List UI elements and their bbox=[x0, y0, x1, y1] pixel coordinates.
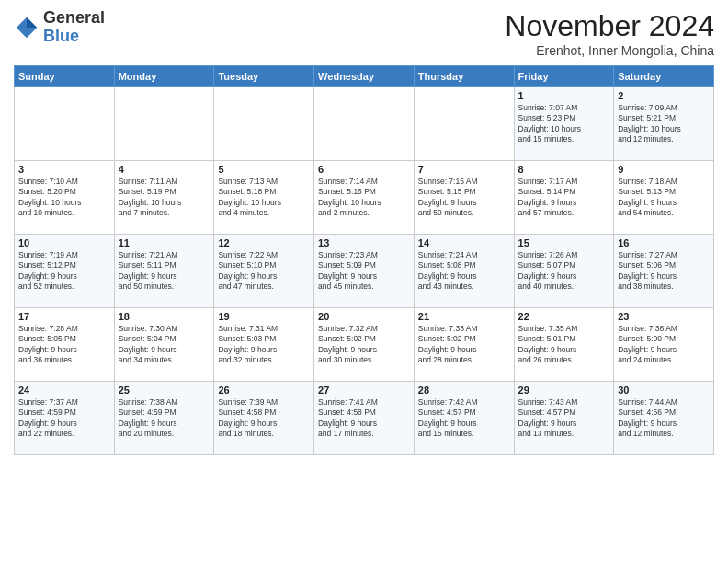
calendar-cell: 21Sunrise: 7:33 AM Sunset: 5:02 PM Dayli… bbox=[414, 308, 514, 382]
day-number: 8 bbox=[518, 164, 610, 175]
calendar-cell: 1Sunrise: 7:07 AM Sunset: 5:23 PM Daylig… bbox=[514, 87, 614, 161]
calendar-cell bbox=[414, 87, 514, 161]
calendar-cell: 26Sunrise: 7:39 AM Sunset: 4:58 PM Dayli… bbox=[214, 382, 314, 455]
day-info: Sunrise: 7:09 AM Sunset: 5:21 PM Dayligh… bbox=[618, 103, 710, 145]
calendar-header-saturday: Saturday bbox=[614, 66, 714, 87]
day-number: 12 bbox=[218, 237, 310, 248]
calendar-cell bbox=[214, 87, 314, 161]
calendar-cell: 13Sunrise: 7:23 AM Sunset: 5:09 PM Dayli… bbox=[314, 235, 415, 308]
day-info: Sunrise: 7:26 AM Sunset: 5:07 PM Dayligh… bbox=[518, 250, 610, 293]
day-number: 22 bbox=[518, 311, 610, 322]
calendar-cell: 14Sunrise: 7:24 AM Sunset: 5:08 PM Dayli… bbox=[414, 235, 514, 308]
calendar-cell: 6Sunrise: 7:14 AM Sunset: 5:16 PM Daylig… bbox=[314, 161, 415, 235]
calendar-cell: 22Sunrise: 7:35 AM Sunset: 5:01 PM Dayli… bbox=[514, 308, 614, 382]
day-number: 21 bbox=[418, 311, 510, 322]
calendar-header-thursday: Thursday bbox=[414, 66, 514, 87]
logo-blue: Blue bbox=[43, 27, 79, 45]
day-info: Sunrise: 7:31 AM Sunset: 5:03 PM Dayligh… bbox=[218, 324, 310, 366]
day-number: 19 bbox=[218, 311, 310, 322]
day-info: Sunrise: 7:11 AM Sunset: 5:19 PM Dayligh… bbox=[119, 177, 210, 219]
calendar-cell: 2Sunrise: 7:09 AM Sunset: 5:21 PM Daylig… bbox=[614, 87, 714, 161]
day-info: Sunrise: 7:27 AM Sunset: 5:06 PM Dayligh… bbox=[618, 250, 710, 293]
calendar-cell: 28Sunrise: 7:42 AM Sunset: 4:57 PM Dayli… bbox=[414, 382, 514, 455]
calendar-header-tuesday: Tuesday bbox=[214, 66, 314, 87]
calendar-cell: 27Sunrise: 7:41 AM Sunset: 4:58 PM Dayli… bbox=[314, 382, 415, 455]
calendar-header-row: SundayMondayTuesdayWednesdayThursdayFrid… bbox=[15, 66, 714, 87]
day-info: Sunrise: 7:28 AM Sunset: 5:05 PM Dayligh… bbox=[18, 324, 110, 366]
day-number: 5 bbox=[218, 164, 310, 175]
day-info: Sunrise: 7:37 AM Sunset: 4:59 PM Dayligh… bbox=[18, 397, 110, 440]
calendar-header-sunday: Sunday bbox=[15, 66, 115, 87]
calendar-cell: 17Sunrise: 7:28 AM Sunset: 5:05 PM Dayli… bbox=[15, 308, 115, 382]
day-number: 4 bbox=[119, 164, 210, 175]
day-info: Sunrise: 7:38 AM Sunset: 4:59 PM Dayligh… bbox=[119, 397, 210, 440]
day-info: Sunrise: 7:13 AM Sunset: 5:18 PM Dayligh… bbox=[218, 177, 310, 219]
calendar-cell: 4Sunrise: 7:11 AM Sunset: 5:19 PM Daylig… bbox=[114, 161, 214, 235]
day-info: Sunrise: 7:10 AM Sunset: 5:20 PM Dayligh… bbox=[18, 177, 110, 219]
logo-text: General Blue bbox=[43, 9, 105, 46]
day-info: Sunrise: 7:43 AM Sunset: 4:57 PM Dayligh… bbox=[518, 397, 610, 440]
day-info: Sunrise: 7:32 AM Sunset: 5:02 PM Dayligh… bbox=[318, 324, 410, 366]
day-number: 28 bbox=[418, 385, 510, 396]
calendar-cell: 9Sunrise: 7:18 AM Sunset: 5:13 PM Daylig… bbox=[614, 161, 714, 235]
calendar-week-4: 17Sunrise: 7:28 AM Sunset: 5:05 PM Dayli… bbox=[15, 308, 714, 382]
header: General Blue November 2024 Erenhot, Inne… bbox=[14, 9, 714, 58]
calendar-cell: 11Sunrise: 7:21 AM Sunset: 5:11 PM Dayli… bbox=[114, 235, 214, 308]
calendar-cell: 29Sunrise: 7:43 AM Sunset: 4:57 PM Dayli… bbox=[514, 382, 614, 455]
day-number: 13 bbox=[318, 237, 410, 248]
calendar-cell: 24Sunrise: 7:37 AM Sunset: 4:59 PM Dayli… bbox=[15, 382, 115, 455]
day-info: Sunrise: 7:19 AM Sunset: 5:12 PM Dayligh… bbox=[18, 250, 110, 293]
day-info: Sunrise: 7:41 AM Sunset: 4:58 PM Dayligh… bbox=[318, 397, 410, 440]
day-info: Sunrise: 7:39 AM Sunset: 4:58 PM Dayligh… bbox=[218, 397, 310, 440]
day-info: Sunrise: 7:21 AM Sunset: 5:11 PM Dayligh… bbox=[119, 250, 210, 293]
day-number: 24 bbox=[18, 385, 110, 396]
calendar-cell bbox=[15, 87, 115, 161]
calendar-cell: 30Sunrise: 7:44 AM Sunset: 4:56 PM Dayli… bbox=[614, 382, 714, 455]
calendar-week-3: 10Sunrise: 7:19 AM Sunset: 5:12 PM Dayli… bbox=[15, 235, 714, 308]
day-info: Sunrise: 7:44 AM Sunset: 4:56 PM Dayligh… bbox=[618, 397, 710, 440]
day-info: Sunrise: 7:15 AM Sunset: 5:15 PM Dayligh… bbox=[418, 177, 510, 219]
day-number: 18 bbox=[119, 311, 210, 322]
day-number: 29 bbox=[518, 385, 610, 396]
day-info: Sunrise: 7:24 AM Sunset: 5:08 PM Dayligh… bbox=[418, 250, 510, 293]
calendar-cell: 7Sunrise: 7:15 AM Sunset: 5:15 PM Daylig… bbox=[414, 161, 514, 235]
day-number: 30 bbox=[618, 385, 710, 396]
day-info: Sunrise: 7:30 AM Sunset: 5:04 PM Dayligh… bbox=[119, 324, 210, 366]
day-number: 3 bbox=[18, 164, 110, 175]
calendar-cell: 10Sunrise: 7:19 AM Sunset: 5:12 PM Dayli… bbox=[15, 235, 115, 308]
day-number: 27 bbox=[318, 385, 410, 396]
svg-marker-1 bbox=[27, 17, 37, 28]
calendar-cell: 15Sunrise: 7:26 AM Sunset: 5:07 PM Dayli… bbox=[514, 235, 614, 308]
day-number: 16 bbox=[618, 237, 710, 248]
day-info: Sunrise: 7:17 AM Sunset: 5:14 PM Dayligh… bbox=[518, 177, 610, 219]
calendar-cell bbox=[314, 87, 415, 161]
logo-icon bbox=[14, 15, 40, 40]
day-number: 17 bbox=[18, 311, 110, 322]
calendar-cell: 20Sunrise: 7:32 AM Sunset: 5:02 PM Dayli… bbox=[314, 308, 415, 382]
calendar-cell: 8Sunrise: 7:17 AM Sunset: 5:14 PM Daylig… bbox=[514, 161, 614, 235]
day-number: 26 bbox=[218, 385, 310, 396]
day-info: Sunrise: 7:33 AM Sunset: 5:02 PM Dayligh… bbox=[418, 324, 510, 366]
day-number: 10 bbox=[18, 237, 110, 248]
day-info: Sunrise: 7:35 AM Sunset: 5:01 PM Dayligh… bbox=[518, 324, 610, 366]
location: Erenhot, Inner Mongolia, China bbox=[505, 43, 714, 58]
day-info: Sunrise: 7:22 AM Sunset: 5:10 PM Dayligh… bbox=[218, 250, 310, 293]
calendar-cell: 25Sunrise: 7:38 AM Sunset: 4:59 PM Dayli… bbox=[114, 382, 214, 455]
calendar-week-1: 1Sunrise: 7:07 AM Sunset: 5:23 PM Daylig… bbox=[15, 87, 714, 161]
day-info: Sunrise: 7:42 AM Sunset: 4:57 PM Dayligh… bbox=[418, 397, 510, 440]
calendar-cell: 18Sunrise: 7:30 AM Sunset: 5:04 PM Dayli… bbox=[114, 308, 214, 382]
day-number: 15 bbox=[518, 237, 610, 248]
calendar-week-5: 24Sunrise: 7:37 AM Sunset: 4:59 PM Dayli… bbox=[15, 382, 714, 455]
day-info: Sunrise: 7:36 AM Sunset: 5:00 PM Dayligh… bbox=[618, 324, 710, 366]
day-info: Sunrise: 7:18 AM Sunset: 5:13 PM Dayligh… bbox=[618, 177, 710, 219]
logo-general: General bbox=[43, 8, 105, 27]
day-info: Sunrise: 7:14 AM Sunset: 5:16 PM Dayligh… bbox=[318, 177, 410, 219]
title-block: November 2024 Erenhot, Inner Mongolia, C… bbox=[505, 9, 714, 58]
calendar-header-wednesday: Wednesday bbox=[314, 66, 415, 87]
day-number: 11 bbox=[119, 237, 210, 248]
calendar-header-monday: Monday bbox=[114, 66, 214, 87]
day-number: 2 bbox=[618, 90, 710, 101]
day-number: 23 bbox=[618, 311, 710, 322]
calendar-cell: 19Sunrise: 7:31 AM Sunset: 5:03 PM Dayli… bbox=[214, 308, 314, 382]
calendar-cell: 16Sunrise: 7:27 AM Sunset: 5:06 PM Dayli… bbox=[614, 235, 714, 308]
